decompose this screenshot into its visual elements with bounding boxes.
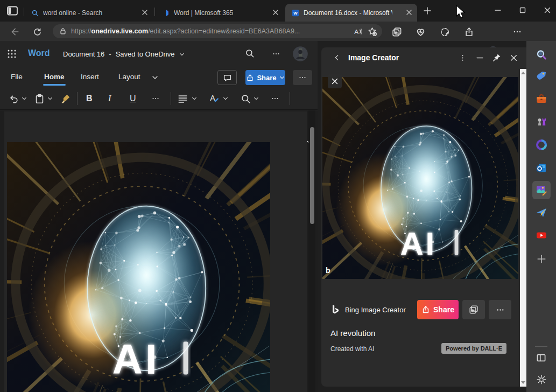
document-canvas[interactable]: AI bbox=[0, 110, 318, 392]
panel-share-button[interactable]: Share bbox=[417, 300, 459, 319]
tab-home[interactable]: Home bbox=[43, 71, 66, 82]
save-to-collections-button[interactable] bbox=[462, 300, 485, 319]
sidebar-add-icon[interactable] bbox=[532, 250, 551, 268]
image-close-button[interactable] bbox=[328, 74, 342, 88]
vertical-scrollbar-thumb[interactable] bbox=[310, 127, 314, 224]
find-chevron-icon[interactable] bbox=[254, 92, 259, 105]
font-color-chevron-icon[interactable] bbox=[223, 92, 228, 105]
edge-browser-window: word online - Search Word | Microsoft 36… bbox=[0, 0, 556, 392]
tab-separator bbox=[24, 8, 24, 16]
web-capture-icon[interactable] bbox=[439, 26, 451, 38]
more-icon[interactable] bbox=[511, 26, 523, 38]
sidebar-shopping-icon[interactable] bbox=[532, 67, 551, 85]
panel-back-icon[interactable] bbox=[333, 54, 341, 61]
undo-icon[interactable] bbox=[9, 92, 19, 105]
bing-watermark: b bbox=[326, 266, 330, 275]
share-icon[interactable] bbox=[463, 26, 475, 38]
panel-pin-icon[interactable] bbox=[492, 53, 501, 62]
generated-image[interactable]: AI bbox=[322, 77, 518, 279]
share-button[interactable]: Share bbox=[245, 70, 285, 85]
tab-m365[interactable]: Word | Microsoft 365 bbox=[156, 4, 284, 22]
browser-essentials-icon[interactable] bbox=[414, 26, 426, 38]
sidebar-divider bbox=[535, 346, 547, 347]
font-more-icon[interactable] bbox=[151, 92, 160, 105]
bold-button[interactable]: B bbox=[86, 92, 93, 105]
undo-chevron-icon[interactable] bbox=[22, 92, 27, 105]
panel-header: Image Creator bbox=[321, 47, 526, 68]
tab-file[interactable]: File bbox=[10, 71, 24, 82]
toolbar-more-icon[interactable] bbox=[271, 92, 279, 105]
account-avatar[interactable] bbox=[292, 46, 308, 64]
sidebar-image-creator-icon[interactable] bbox=[532, 181, 551, 199]
underline-button[interactable]: U bbox=[130, 92, 136, 105]
search-icon[interactable] bbox=[245, 48, 255, 60]
collections-icon[interactable] bbox=[391, 26, 403, 38]
quick-toolbar: B I U A bbox=[0, 87, 318, 110]
new-tab-button[interactable] bbox=[423, 6, 432, 17]
search-icon bbox=[31, 9, 39, 17]
refresh-icon[interactable] bbox=[31, 26, 43, 38]
panel-close-icon[interactable] bbox=[510, 54, 518, 62]
tab-layout[interactable]: Layout bbox=[117, 71, 142, 82]
brand-label: Bing Image Creator bbox=[345, 306, 406, 314]
image-title: AI revolution bbox=[330, 328, 375, 338]
ribbon-tabs-chevron-icon[interactable] bbox=[152, 74, 158, 82]
comments-button[interactable] bbox=[217, 70, 237, 85]
align-icon[interactable] bbox=[178, 92, 188, 105]
panel-more-button[interactable] bbox=[489, 300, 511, 319]
sidebar-games-icon[interactable] bbox=[532, 113, 551, 131]
sidebar-settings-icon[interactable] bbox=[532, 370, 551, 389]
panel-minimize-icon[interactable] bbox=[476, 54, 484, 62]
ribbon-tabs: File Home Insert Layout Share bbox=[0, 67, 318, 87]
url-bar[interactable]: https://onedrive.live.com/edit.aspx?acti… bbox=[53, 24, 382, 38]
scroll-up-icon[interactable] bbox=[521, 72, 525, 74]
sidebar-tools-icon[interactable] bbox=[532, 90, 551, 108]
read-aloud-icon[interactable]: A bbox=[353, 27, 362, 36]
panel-kebab-icon[interactable] bbox=[459, 54, 467, 62]
document-image[interactable]: AI bbox=[7, 142, 270, 392]
svg-text:W: W bbox=[293, 11, 298, 16]
more-icon[interactable] bbox=[272, 50, 280, 60]
m365-icon bbox=[162, 9, 170, 17]
find-icon[interactable] bbox=[241, 92, 251, 105]
favorite-add-icon[interactable] bbox=[368, 27, 377, 36]
workspaces-icon[interactable] bbox=[6, 5, 18, 18]
sidebar-outlook-icon[interactable] bbox=[532, 159, 551, 177]
align-chevron-icon[interactable] bbox=[192, 92, 197, 105]
tab-close-icon[interactable] bbox=[142, 9, 147, 17]
tab-document[interactable]: W Document 16.docx - Microsoft W bbox=[285, 4, 417, 22]
document-title[interactable]: Document 16 - Saved to OneDrive bbox=[63, 50, 185, 58]
powered-by-badge: Powered by DALL·E bbox=[441, 343, 506, 354]
collections-add-icon bbox=[469, 305, 478, 314]
sidebar-drop-icon[interactable] bbox=[532, 204, 551, 222]
tab-search[interactable]: word online - Search bbox=[25, 4, 153, 22]
panel-scrollbar[interactable] bbox=[520, 69, 526, 387]
word-logo[interactable]: Word bbox=[28, 48, 50, 58]
minimize-button[interactable] bbox=[485, 0, 510, 20]
lock-icon bbox=[59, 27, 67, 35]
bing-logo-icon bbox=[330, 304, 340, 315]
tab-bar: word online - Search Word | Microsoft 36… bbox=[0, 0, 556, 22]
font-color-icon[interactable]: A bbox=[209, 92, 220, 105]
app-launcher-icon[interactable] bbox=[7, 49, 17, 60]
tab-close-icon[interactable] bbox=[273, 9, 278, 17]
tab-label: Document 16.docx - Microsoft W bbox=[304, 9, 392, 17]
tab-label: word online - Search bbox=[43, 9, 102, 17]
sidebar-search-icon[interactable] bbox=[532, 46, 551, 64]
sidebar-panel-toggle-icon[interactable] bbox=[532, 348, 551, 367]
paste-chevron-icon[interactable] bbox=[47, 92, 53, 105]
sidebar-m365-icon[interactable] bbox=[532, 136, 551, 154]
sidebar-youtube-icon[interactable] bbox=[532, 226, 551, 244]
format-painter-icon[interactable] bbox=[60, 92, 71, 105]
tab-insert[interactable]: Insert bbox=[80, 71, 100, 82]
ribbon-more-button[interactable] bbox=[293, 70, 312, 85]
tab-close-icon[interactable] bbox=[406, 9, 412, 17]
scroll-down-icon[interactable] bbox=[521, 381, 525, 384]
vertical-scrollbar[interactable] bbox=[308, 110, 315, 392]
paste-icon[interactable] bbox=[34, 92, 45, 105]
back-icon[interactable] bbox=[9, 26, 20, 38]
svg-text:A: A bbox=[210, 94, 215, 102]
close-window-button[interactable] bbox=[535, 0, 556, 20]
maximize-button[interactable] bbox=[510, 0, 535, 20]
italic-button[interactable]: I bbox=[108, 92, 111, 105]
